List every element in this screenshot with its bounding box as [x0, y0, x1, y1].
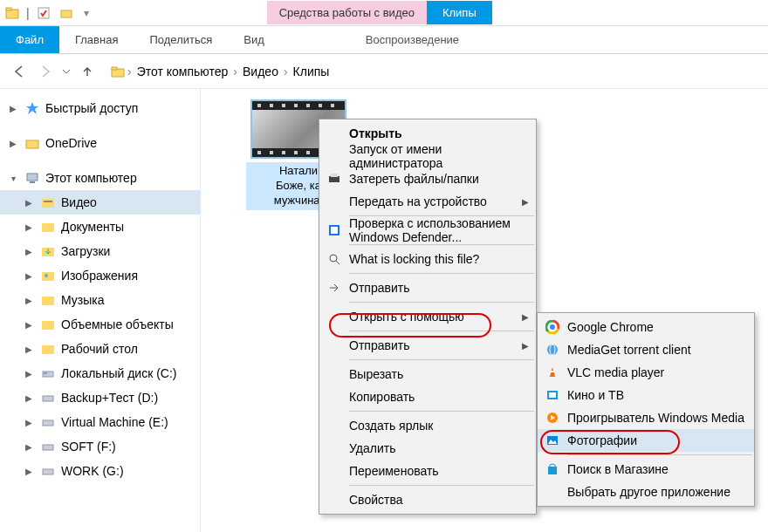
svg-line-29 [336, 261, 339, 264]
menu-shortcut[interactable]: Создать ярлык [319, 414, 536, 437]
breadcrumb-videos[interactable]: Видео [243, 65, 278, 78]
chevron-right-icon[interactable]: ▶ [23, 467, 35, 476]
tree-local-c[interactable]: ▶ Локальный диск (C:) [0, 361, 200, 385]
context-tools-label: Средства работы с видео [267, 1, 427, 24]
tree-label: Этот компьютер [45, 171, 137, 185]
tree-music[interactable]: ▶ Музыка [0, 288, 200, 312]
breadcrumb-clips[interactable]: Клипы [293, 65, 330, 78]
menu-send-2[interactable]: Отправить▶ [319, 334, 536, 357]
tree-desktop[interactable]: ▶ Рабочий стол [0, 337, 200, 361]
svg-rect-15 [42, 297, 54, 305]
tree-videos[interactable]: ▶ Видео [0, 190, 200, 215]
menu-copy[interactable]: Копировать [319, 385, 536, 408]
svg-rect-21 [43, 420, 53, 426]
chevron-right-icon[interactable]: › [284, 65, 288, 78]
navigation-bar: › Этот компьютер › Видео › Клипы [0, 54, 768, 89]
tree-this-pc[interactable]: ▾ Этот компьютер [0, 166, 200, 190]
tab-file[interactable]: Файл [0, 26, 59, 53]
menu-separator [349, 359, 534, 360]
openwith-chrome[interactable]: Google Chrome [538, 316, 754, 338]
drive-icon [40, 463, 56, 479]
chevron-right-icon[interactable]: ▶ [23, 369, 35, 379]
chevron-right-icon[interactable]: ▶ [23, 247, 35, 256]
openwith-vlc[interactable]: VLC media player [538, 361, 754, 384]
up-button[interactable] [75, 59, 99, 84]
menu-rename[interactable]: Переименовать [319, 460, 536, 482]
chevron-right-icon[interactable]: ▶ [23, 418, 35, 427]
menu-cut[interactable]: Вырезать [319, 363, 536, 385]
menu-properties[interactable]: Свойства [319, 488, 536, 511]
tree-3d-objects[interactable]: ▶ Объемные объекты [0, 312, 200, 337]
3d-folder-icon [40, 317, 56, 332]
tree-label: Рабочий стол [61, 342, 138, 356]
title-bar: | ▾ Средства работы с видео Клипы [0, 0, 768, 26]
openwith-movies-tv[interactable]: Кино и ТВ [538, 384, 754, 406]
downloads-folder-icon [40, 243, 56, 259]
menu-cast[interactable]: Передать на устройство▶ [319, 190, 536, 213]
tree-vm-e[interactable]: ▶ Virtual Machine (E:) [0, 410, 200, 434]
drive-icon [40, 439, 56, 454]
tree-label: Документы [61, 220, 124, 234]
back-button[interactable] [7, 59, 31, 84]
chevron-right-icon[interactable]: ▶ [7, 139, 19, 148]
folder-small-icon[interactable] [58, 4, 75, 22]
history-dropdown[interactable] [59, 59, 73, 84]
tree-quick-access[interactable]: ▶ Быстрый доступ [0, 96, 200, 120]
menu-run-as-admin[interactable]: Запуск от имени администратора [319, 145, 536, 167]
qat-dropdown-icon[interactable]: ▾ [84, 7, 89, 19]
folder-icon [110, 64, 126, 79]
tree-documents[interactable]: ▶ Документы [0, 215, 200, 239]
tab-view[interactable]: Вид [228, 26, 280, 53]
chevron-right-icon[interactable]: ▶ [23, 442, 35, 452]
tab-playback[interactable]: Воспроизведение [350, 26, 475, 53]
share-icon [319, 281, 349, 295]
properties-icon[interactable] [35, 4, 52, 22]
chevron-right-icon: ▶ [522, 341, 529, 351]
chevron-right-icon[interactable]: › [127, 65, 132, 78]
breadcrumb[interactable]: › Этот компьютер › Видео › Клипы [110, 64, 333, 79]
tree-downloads[interactable]: ▶ Загрузки [0, 239, 200, 263]
menu-open-with[interactable]: Открыть с помощью▶ [319, 305, 536, 328]
openwith-mediaget[interactable]: MediaGet torrent client [538, 338, 754, 361]
tree-pictures[interactable]: ▶ Изображения [0, 263, 200, 288]
openwith-wmp[interactable]: Проигрыватель Windows Media [538, 406, 754, 429]
menu-delete[interactable]: Удалить [319, 437, 536, 460]
chevron-right-icon[interactable]: ▶ [23, 271, 35, 281]
menu-separator [349, 331, 534, 331]
menu-what-locking[interactable]: What is locking this file? [319, 248, 536, 270]
folder-icon[interactable] [3, 4, 21, 22]
pictures-folder-icon [40, 268, 56, 283]
chevron-right-icon[interactable]: ▶ [7, 104, 19, 113]
chevron-right-icon[interactable]: ▶ [23, 198, 35, 208]
tree-label: Загрузки [61, 244, 110, 258]
chevron-right-icon[interactable]: › [233, 65, 237, 78]
chevron-right-icon[interactable]: ▶ [23, 344, 35, 354]
tree-backup-d[interactable]: ▶ Backup+Тест (D:) [0, 385, 200, 410]
menu-erase[interactable]: Затереть файлы/папки [319, 167, 536, 190]
tree-soft-f[interactable]: ▶ SOFT (F:) [0, 434, 200, 459]
breadcrumb-this-pc[interactable]: Этот компьютер [137, 65, 229, 78]
svg-rect-1 [6, 8, 11, 10]
chevron-right-icon[interactable]: ▶ [23, 222, 35, 232]
openwith-photos[interactable]: Фотографии [538, 429, 754, 452]
tree-label: Backup+Тест (D:) [61, 391, 158, 405]
openwith-other[interactable]: Выбрать другое приложение [538, 481, 754, 503]
chevron-right-icon[interactable]: ▶ [23, 296, 35, 305]
contextual-tab-group: Средства работы с видео Клипы [267, 1, 492, 24]
globe-icon [538, 343, 567, 357]
tab-home[interactable]: Главная [59, 26, 134, 53]
menu-send-1[interactable]: Отправить [319, 276, 536, 299]
chevron-right-icon[interactable]: ▶ [23, 393, 35, 403]
printer-icon [319, 172, 349, 186]
chevron-right-icon[interactable]: ▶ [23, 320, 35, 330]
chevron-down-icon[interactable]: ▾ [7, 174, 19, 183]
tree-onedrive[interactable]: ▶ OneDrive [0, 131, 200, 155]
svg-rect-34 [551, 371, 554, 372]
forward-button[interactable] [33, 59, 58, 84]
tab-share[interactable]: Поделиться [134, 26, 228, 53]
openwith-store[interactable]: Поиск в Магазине [538, 458, 754, 481]
svg-rect-27 [331, 227, 338, 234]
tree-work-g[interactable]: ▶ WORK (G:) [0, 459, 200, 483]
chrome-icon [538, 320, 567, 334]
menu-defender[interactable]: Проверка с использованием Windows Defend… [319, 219, 536, 242]
